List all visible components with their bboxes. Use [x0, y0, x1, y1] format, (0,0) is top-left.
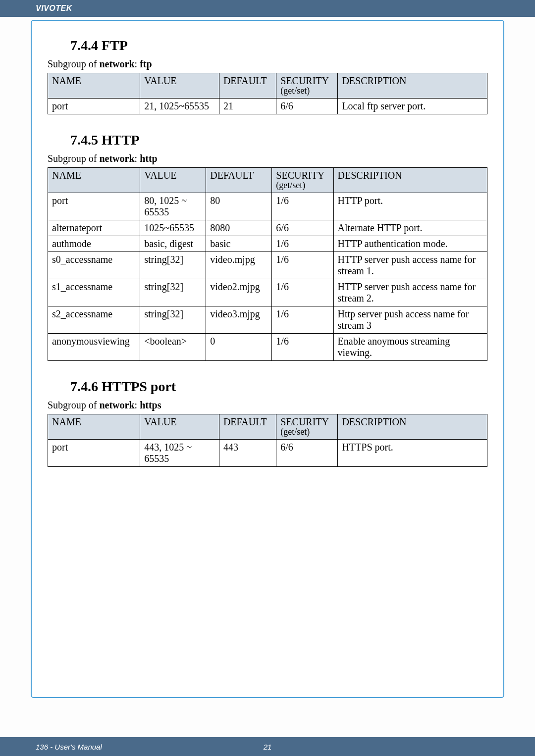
col-security-label: SECURITY — [276, 170, 324, 181]
cell-desc: Alternate HTTP port. — [333, 220, 487, 236]
cell-security: 6/6 — [276, 99, 338, 114]
table-row: port 80, 1025 ~ 65535 80 1/6 HTTP port. — [48, 193, 487, 220]
table-ftp: NAME VALUE DEFAULT SECURITY (get/set) DE… — [48, 73, 487, 114]
cell-value: string[32] — [140, 252, 206, 279]
table-row: port 21, 1025~65535 21 6/6 Local ftp ser… — [48, 99, 487, 114]
section-title-http: 7.4.5 HTTP — [70, 132, 487, 148]
col-security-label: SECURITY — [280, 416, 329, 427]
subgroup-colon: : — [135, 400, 140, 410]
cell-name: s0_accessname — [48, 252, 140, 279]
col-security-label: SECURITY — [280, 75, 329, 86]
col-default: DEFAULT — [206, 168, 272, 193]
cell-name: authmode — [48, 236, 140, 252]
col-security-sub: (get/set) — [276, 180, 330, 191]
cell-default: video2.mjpg — [206, 279, 272, 306]
footer-text: 136 - User's Manual — [36, 743, 102, 751]
cell-security: 6/6 — [276, 440, 338, 467]
header-bar: VIVOTEK — [0, 0, 535, 17]
cell-value: 1025~65535 — [140, 220, 206, 236]
table-row: port 443, 1025 ~ 65535 443 6/6 HTTPS por… — [48, 440, 487, 467]
brand-label: VIVOTEK — [36, 4, 72, 13]
subgroup-https: Subgroup of network: https — [48, 400, 487, 411]
cell-default: video.mjpg — [206, 252, 272, 279]
cell-desc: HTTP server push access name for stream … — [333, 252, 487, 279]
table-header-row: NAME VALUE DEFAULT SECURITY (get/set) DE… — [48, 73, 487, 99]
cell-default: 8080 — [206, 220, 272, 236]
content-wrap: 7.4.4 FTP Subgroup of network: ftp NAME … — [0, 20, 535, 698]
subgroup-prefix: Subgroup of — [48, 153, 99, 164]
table-row: s1_accessname string[32] video2.mjpg 1/6… — [48, 279, 487, 306]
table-row: s0_accessname string[32] video.mjpg 1/6 … — [48, 252, 487, 279]
cell-value: 443, 1025 ~ 65535 — [140, 440, 219, 467]
col-value: VALUE — [140, 414, 219, 440]
cell-security: 1/6 — [272, 334, 333, 361]
subgroup-name: http — [140, 153, 158, 164]
cell-default: 21 — [219, 99, 276, 114]
cell-default: 80 — [206, 193, 272, 220]
cell-security: 6/6 — [272, 220, 333, 236]
cell-value: 80, 1025 ~ 65535 — [140, 193, 206, 220]
table-row: authmode basic, digest basic 1/6 HTTP au… — [48, 236, 487, 252]
subgroup-network: network — [99, 153, 134, 164]
cell-desc: HTTP server push access name for stream … — [333, 279, 487, 306]
table-row: s2_accessname string[32] video3.mjpg 1/6… — [48, 306, 487, 334]
cell-desc: HTTP authentication mode. — [333, 236, 487, 252]
cell-value: <boolean> — [140, 334, 206, 361]
cell-default: basic — [206, 236, 272, 252]
cell-default: 0 — [206, 334, 272, 361]
col-description: DESCRIPTION — [338, 73, 487, 99]
section-title-https: 7.4.6 HTTPS port — [70, 379, 487, 395]
col-security-sub: (get/set) — [280, 86, 334, 96]
cell-name: s2_accessname — [48, 306, 140, 334]
cell-name: port — [48, 193, 140, 220]
cell-desc: HTTPS port. — [338, 440, 487, 467]
col-name: NAME — [48, 168, 140, 193]
subgroup-http: Subgroup of network: http — [48, 153, 487, 164]
cell-security: 1/6 — [272, 279, 333, 306]
subgroup-ftp: Subgroup of network: ftp — [48, 58, 487, 70]
col-value: VALUE — [140, 168, 206, 193]
col-security: SECURITY (get/set) — [276, 414, 338, 440]
cell-name: alternateport — [48, 220, 140, 236]
cell-desc: Http server push access name for stream … — [333, 306, 487, 334]
table-http: NAME VALUE DEFAULT SECURITY (get/set) DE… — [48, 167, 487, 361]
cell-security: 1/6 — [272, 306, 333, 334]
col-security: SECURITY (get/set) — [276, 73, 338, 99]
cell-name: port — [48, 440, 140, 467]
cell-default: video3.mjpg — [206, 306, 272, 334]
col-description: DESCRIPTION — [338, 414, 487, 440]
table-https: NAME VALUE DEFAULT SECURITY (get/set) DE… — [48, 414, 487, 467]
cell-desc: HTTP port. — [333, 193, 487, 220]
subgroup-colon: : — [135, 153, 140, 164]
subgroup-prefix: Subgroup of — [48, 400, 99, 410]
cell-security: 1/6 — [272, 252, 333, 279]
col-name: NAME — [48, 414, 140, 440]
col-description: DESCRIPTION — [333, 168, 487, 193]
subgroup-name: ftp — [140, 58, 152, 69]
subgroup-network: network — [99, 400, 134, 410]
subgroup-prefix: Subgroup of — [48, 58, 99, 69]
table-header-row: NAME VALUE DEFAULT SECURITY (get/set) DE… — [48, 414, 487, 440]
col-default: DEFAULT — [219, 73, 276, 99]
cell-value: basic, digest — [140, 236, 206, 252]
cell-value: string[32] — [140, 279, 206, 306]
cell-value: string[32] — [140, 306, 206, 334]
cell-value: 21, 1025~65535 — [140, 99, 219, 114]
cell-name: anonymousviewing — [48, 334, 140, 361]
subgroup-network: network — [99, 58, 134, 69]
cell-desc: Enable anoymous streaming viewing. — [333, 334, 487, 361]
cell-security: 1/6 — [272, 193, 333, 220]
col-security-sub: (get/set) — [280, 427, 334, 437]
subgroup-name: https — [140, 400, 161, 410]
col-value: VALUE — [140, 73, 219, 99]
cell-desc: Local ftp server port. — [338, 99, 487, 114]
table-row: anonymousviewing <boolean> 0 1/6 Enable … — [48, 334, 487, 361]
footer-bar: 136 - User's Manual 21 — [0, 737, 535, 756]
col-default: DEFAULT — [219, 414, 276, 440]
cell-default: 443 — [219, 440, 276, 467]
table-header-row: NAME VALUE DEFAULT SECURITY (get/set) DE… — [48, 168, 487, 193]
cell-name: port — [48, 99, 140, 114]
table-row: alternateport 1025~65535 8080 6/6 Altern… — [48, 220, 487, 236]
col-security: SECURITY (get/set) — [272, 168, 333, 193]
page-frame: 7.4.4 FTP Subgroup of network: ftp NAME … — [31, 20, 504, 698]
